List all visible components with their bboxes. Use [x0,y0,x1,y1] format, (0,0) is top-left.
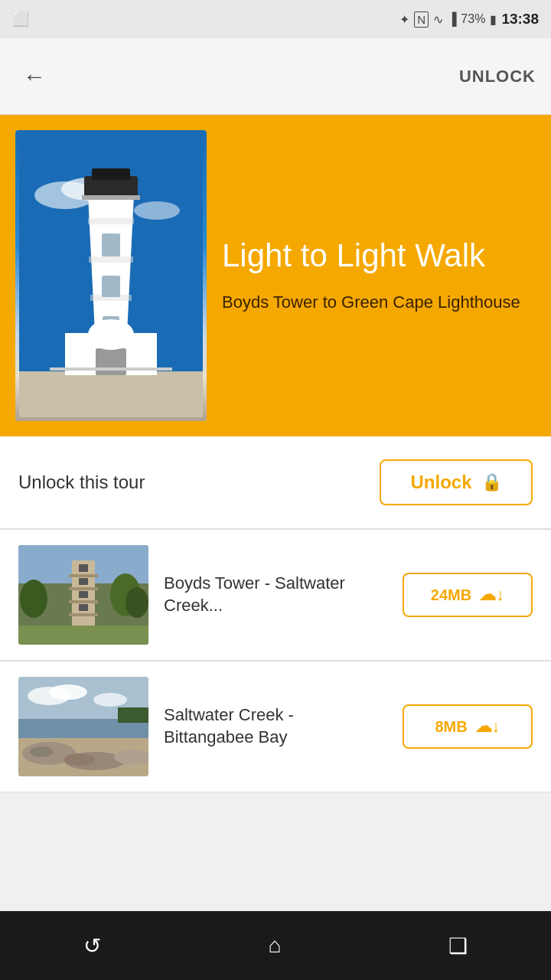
svg-rect-28 [69,613,98,616]
unlock-section: Unlock this tour Unlock 🔒 [0,436,551,529]
download-button-1[interactable]: 24MB ☁↓ [403,573,533,617]
back-button[interactable]: ← [15,56,54,97]
svg-point-38 [93,693,127,707]
svg-rect-45 [118,707,148,723]
svg-point-21 [20,580,47,618]
unlock-button[interactable]: Unlock 🔒 [380,459,533,505]
time-display: 13:38 [501,11,539,28]
tour-thumb-boyds [18,545,148,645]
hero-image [15,130,207,421]
svg-rect-10 [92,168,130,180]
nfc-icon: N [414,11,429,28]
svg-rect-27 [69,600,98,603]
svg-rect-13 [102,276,120,297]
download-icon-1: ☁↓ [479,585,504,605]
lighthouse-svg [19,134,203,417]
wifi-icon: ∿ [433,12,443,27]
hero-subtitle: Boyds Tower to Green Cape Lighthouse [222,291,536,315]
status-bar-left: ⬜ [12,11,29,28]
lock-icon: 🔒 [481,472,502,492]
svg-rect-33 [18,626,148,645]
svg-point-44 [64,753,95,766]
hero-text: Light to Light Walk Boyds Tower to Green… [222,237,536,314]
svg-rect-18 [50,368,172,371]
battery-percent: 73% [461,12,485,26]
tour-name-2: Saltwater Creek - Bittangabee Bay [164,704,387,748]
tour-item: Boyds Tower - Saltwater Creek... 24MB ☁↓ [0,530,551,661]
svg-rect-11 [82,195,140,200]
boyds-tower-image [18,545,148,645]
svg-rect-32 [79,604,88,611]
svg-rect-30 [79,578,88,585]
svg-rect-12 [102,234,120,256]
download-icon-2: ☁↓ [475,717,500,737]
nav-bar: ← UNLOCK [0,38,551,115]
hero-image-placeholder [15,130,207,421]
tour-info-1: Boyds Tower - Saltwater Creek... [164,573,387,616]
tour-info-2: Saltwater Creek - Bittangabee Bay [164,704,387,748]
svg-rect-7 [89,256,133,263]
svg-rect-6 [88,218,134,224]
home-nav-button[interactable]: ⌂ [246,926,305,965]
svg-rect-16 [96,348,126,375]
download-size-1: 24MB [431,586,471,604]
download-button-2[interactable]: 8MB ☁↓ [403,704,533,749]
svg-rect-29 [79,564,88,572]
unlock-button-label: Unlock [410,472,471,493]
tour-item-2: Saltwater Creek - Bittangabee Bay 8MB ☁↓ [0,662,551,792]
content-area: Unlock this tour Unlock 🔒 [0,436,551,792]
battery-icon: ▮ [490,12,497,27]
signal-icon: ▐ [448,12,456,26]
boyds-tower-svg [18,545,148,645]
svg-point-17 [88,319,134,350]
tour-thumb-saltwater [18,677,148,776]
recents-nav-button[interactable]: ❑ [425,926,491,966]
download-size-2: 8MB [435,718,467,736]
svg-point-3 [134,201,180,220]
svg-point-43 [30,746,53,757]
hero-title: Light to Light Walk [222,237,536,275]
saltwater-image [18,677,148,776]
svg-point-37 [49,684,87,700]
status-bar-right: ✦ N ∿ ▐ 73% ▮ 13:38 [399,11,539,28]
tour-name-1: Boyds Tower - Saltwater Creek... [164,573,387,616]
hero-section: Light to Light Walk Boyds Tower to Green… [0,115,551,436]
unlock-nav-button[interactable]: UNLOCK [459,67,536,87]
unlock-tour-label: Unlock this tour [18,472,145,493]
svg-rect-31 [79,591,88,598]
screen-icon: ⬜ [12,11,29,28]
back-nav-button[interactable]: ↺ [60,926,124,966]
saltwater-svg [18,677,148,776]
bluetooth-icon: ✦ [399,12,409,27]
status-bar: ⬜ ✦ N ∿ ▐ 73% ▮ 13:38 [0,0,551,38]
svg-rect-25 [69,574,98,577]
svg-rect-4 [19,371,203,417]
bottom-nav: ↺ ⌂ ❑ [0,911,551,980]
svg-rect-26 [69,587,98,590]
svg-point-23 [126,587,148,618]
